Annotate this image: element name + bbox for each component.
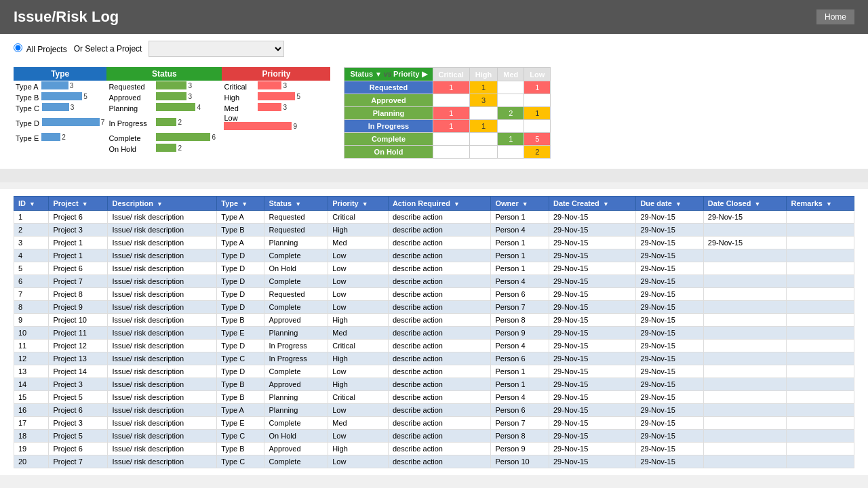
table-cell: Project 7: [49, 455, 108, 468]
table-cell: describe action: [388, 352, 491, 365]
table-cell: Requested: [264, 288, 328, 301]
table-cell: Person 4: [491, 391, 549, 404]
table-cell: Issue/ risk description: [108, 211, 217, 224]
table-cell: Person 1: [491, 262, 549, 275]
table-cell: 29-Nov-15: [549, 301, 635, 314]
table-cell: 29-Nov-15: [549, 340, 635, 352]
table-column-header[interactable]: Remarks ▼: [787, 197, 854, 211]
table-cell: 7: [14, 288, 49, 301]
table-column-header[interactable]: Project ▼: [49, 197, 108, 211]
matrix-cell: [469, 133, 497, 146]
matrix-status-label: Approved: [344, 94, 433, 107]
table-cell: High: [328, 224, 389, 237]
table-cell: 29-Nov-15: [549, 352, 635, 365]
table-cell: [703, 262, 787, 275]
table-cell: Person 4: [491, 340, 549, 352]
table-cell: High: [328, 352, 389, 365]
project-select[interactable]: [149, 41, 284, 57]
table-cell: 29-Nov-15: [549, 417, 635, 430]
table-cell: 29-Nov-15: [549, 237, 635, 249]
table-cell: Issue/ risk description: [108, 224, 217, 237]
matrix-row: Requested111: [344, 81, 551, 94]
table-cell: 29-Nov-15: [549, 455, 635, 468]
table-cell: In Progress: [264, 352, 328, 365]
all-projects-label[interactable]: All Projects: [14, 43, 67, 54]
table-cell: Person 4: [491, 224, 549, 237]
type-bar-cell: [14, 143, 106, 154]
table-cell: 29-Nov-15: [636, 211, 703, 224]
table-cell: Issue/ risk description: [108, 275, 217, 288]
table-cell: describe action: [388, 430, 491, 443]
table-cell: 29-Nov-15: [549, 391, 635, 404]
table-column-header[interactable]: Due date ▼: [636, 197, 703, 211]
table-cell: Issue/ risk description: [108, 443, 217, 455]
status-bar-cell: In Progress2: [106, 113, 222, 132]
table-cell: Critical: [328, 211, 389, 224]
matrix-high-header: High: [469, 68, 497, 81]
table-column-header[interactable]: ID ▼: [14, 197, 49, 211]
table-cell: 1: [14, 211, 49, 224]
matrix-cell: 1: [433, 120, 469, 133]
table-column-header[interactable]: Priority ▼: [328, 197, 389, 211]
table-cell: Project 6: [49, 211, 108, 224]
table-cell: 29-Nov-15: [549, 249, 635, 262]
type-bar-cell: Type E2: [14, 132, 106, 143]
table-cell: [703, 352, 787, 365]
table-cell: Med: [328, 417, 389, 430]
table-cell: [787, 327, 854, 340]
home-button[interactable]: Home: [816, 9, 854, 24]
table-column-header[interactable]: Type ▼: [217, 197, 264, 211]
status-bar-cell: Requested3: [106, 81, 222, 92]
table-cell: [787, 314, 854, 327]
table-row: 16Project 6Issue/ risk descriptionType A…: [14, 404, 854, 417]
table-cell: [787, 443, 854, 455]
type-bar-cell: Type B5: [14, 92, 106, 102]
table-cell: 29-Nov-15: [703, 237, 787, 249]
table-cell: [703, 288, 787, 301]
table-cell: 29-Nov-15: [549, 443, 635, 455]
table-column-header[interactable]: Date Created ▼: [549, 197, 635, 211]
table-row: 8Project 9Issue/ risk descriptionType DC…: [14, 301, 854, 314]
table-column-header[interactable]: Owner ▼: [491, 197, 549, 211]
table-cell: Type C: [217, 430, 264, 443]
table-cell: Project 8: [49, 288, 108, 301]
table-cell: 16: [14, 404, 49, 417]
matrix-cell: 3: [469, 94, 497, 107]
table-cell: Issue/ risk description: [108, 249, 217, 262]
table-cell: 29-Nov-15: [636, 262, 703, 275]
table-cell: Med: [328, 237, 389, 249]
table-cell: Person 6: [491, 352, 549, 365]
table-cell: 29-Nov-15: [636, 443, 703, 455]
table-header: ID ▼Project ▼Description ▼Type ▼Status ▼…: [14, 197, 854, 211]
table-cell: [787, 211, 854, 224]
table-cell: Issue/ risk description: [108, 314, 217, 327]
table-cell: Complete: [264, 275, 328, 288]
table-cell: Issue/ risk description: [108, 237, 217, 249]
table-cell: [703, 365, 787, 378]
table-cell: describe action: [388, 404, 491, 417]
priority-bar-cell: Low9: [222, 113, 330, 132]
matrix-cell: [498, 94, 524, 107]
table-cell: Type A: [217, 404, 264, 417]
table-cell: Type B: [217, 378, 264, 391]
table-cell: Type C: [217, 455, 264, 468]
table-cell: 29-Nov-15: [636, 288, 703, 301]
table-column-header[interactable]: Description ▼: [108, 197, 217, 211]
table-column-header[interactable]: Action Required ▼: [388, 197, 491, 211]
data-table: ID ▼Project ▼Description ▼Type ▼Status ▼…: [14, 196, 854, 468]
table-cell: describe action: [388, 327, 491, 340]
table-row: 5Project 6Issue/ risk descriptionType DO…: [14, 262, 854, 275]
table-row: 14Project 3Issue/ risk descriptionType B…: [14, 378, 854, 391]
table-cell: Project 5: [49, 430, 108, 443]
table-cell: 29-Nov-15: [636, 275, 703, 288]
filter-row: All Projects Or Select a Project: [14, 41, 854, 57]
all-projects-radio[interactable]: [14, 43, 22, 52]
table-cell: describe action: [388, 378, 491, 391]
table-column-header[interactable]: Status ▼: [264, 197, 328, 211]
table-column-header[interactable]: Date Closed ▼: [703, 197, 787, 211]
table-cell: [703, 417, 787, 430]
table-cell: Issue/ risk description: [108, 262, 217, 275]
table-cell: Person 1: [491, 249, 549, 262]
table-cell: Type B: [217, 314, 264, 327]
table-cell: Type D: [217, 288, 264, 301]
